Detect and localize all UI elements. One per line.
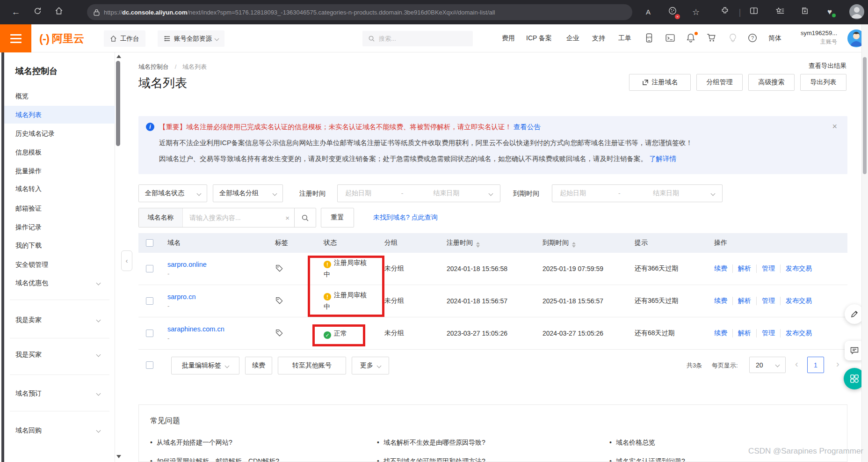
row-checkbox[interactable] (146, 330, 153, 337)
sidebar-item-overview[interactable]: 概览 (4, 87, 115, 105)
sort-icon[interactable] (476, 242, 480, 248)
group-manage-button[interactable]: 分组管理 (696, 74, 743, 91)
dns-link[interactable]: 解析 (732, 297, 751, 305)
faq-link[interactable]: •找不到域名的可能原因和处理方法? (377, 457, 485, 462)
learn-more-link[interactable]: 了解详情 (649, 155, 676, 162)
global-search-input[interactable] (379, 35, 454, 42)
sidebar-item-batch-ops[interactable]: 批量操作 (4, 162, 115, 180)
domain-group-filter[interactable]: 全部域名分组 (213, 184, 283, 202)
back-icon[interactable]: ← (10, 7, 22, 18)
view-announcement-link[interactable]: 查看公告 (514, 123, 541, 131)
domain-link[interactable]: sarpro.online (167, 261, 275, 268)
reg-start-placeholder[interactable]: 起始日期 (345, 189, 371, 198)
nav-link-support[interactable]: 支持 (592, 34, 605, 43)
domain-link[interactable]: sarpro.cn (167, 293, 275, 301)
sort-icon[interactable] (572, 242, 576, 248)
sidebar-item-discount-pack[interactable]: 域名优惠包 (4, 274, 115, 292)
collections-icon[interactable] (799, 7, 810, 18)
page-scrollbar-thumb[interactable] (863, 57, 867, 174)
cookie-blocked-icon[interactable]: × (667, 7, 678, 18)
nav-link-billing[interactable]: 费用 (502, 34, 515, 43)
help-icon[interactable]: ? (747, 33, 759, 44)
faq-link[interactable]: •如何设置网站解析、邮箱解析、CDN解析? (150, 457, 279, 462)
sidebar-item-info-template[interactable]: 信息模板 (4, 143, 115, 161)
manage-link[interactable]: 管理 (756, 297, 775, 305)
clear-input-icon[interactable]: × (281, 214, 294, 222)
sidebar-item-transfer-in[interactable]: 域名转入 (4, 180, 115, 198)
breadcrumb-console[interactable]: 域名控制台 (138, 63, 169, 70)
renew-link[interactable]: 续费 (714, 264, 727, 273)
sidebar-group-buyback[interactable]: 域名回购 (4, 421, 115, 439)
sidebar-item-domain-list[interactable]: 域名列表 (4, 106, 115, 124)
address-bar[interactable]: https://dc.console.aliyun.com/next/index… (87, 4, 632, 20)
sidebar-item-op-log[interactable]: 操作记录 (4, 218, 115, 236)
prev-page-icon[interactable]: ‹ (795, 359, 798, 369)
more-button[interactable]: 更多 (352, 357, 389, 374)
export-list-button[interactable]: 导出列表 (800, 74, 846, 91)
batch-edit-tags-button[interactable]: 批量编辑标签 (171, 357, 239, 374)
domain-not-found-link[interactable]: 未找到域名? 点此查询 (373, 213, 438, 222)
hamburger-menu-icon[interactable] (0, 24, 31, 52)
sidebar-item-history[interactable]: 历史域名记录 (4, 125, 115, 142)
reset-button[interactable]: 重置 (321, 208, 354, 227)
search-button[interactable] (294, 208, 316, 227)
view-export-result-link[interactable]: 查看导出结果 (809, 62, 846, 70)
workbench-button[interactable]: 工作台 (104, 30, 145, 47)
renew-link[interactable]: 续费 (714, 297, 727, 305)
language-selector[interactable]: 简体 (768, 34, 781, 43)
domain-link[interactable]: saraphines.com.cn (167, 325, 275, 333)
manage-link[interactable]: 管理 (756, 329, 775, 337)
split-screen-icon[interactable] (748, 7, 760, 18)
sidebar-scroll-down-arrow[interactable] (116, 455, 121, 458)
nav-link-ticket[interactable]: 工单 (618, 34, 631, 43)
sidebar-item-email-verify[interactable]: 邮箱验证 (4, 199, 115, 217)
reg-end-placeholder[interactable]: 结束日期 (433, 189, 459, 198)
current-page[interactable]: 1 (807, 357, 824, 373)
batch-renew-button[interactable]: 续费 (245, 357, 272, 374)
dns-link[interactable]: 解析 (732, 329, 751, 337)
favorites-bar-icon[interactable] (774, 7, 786, 18)
sidebar-scroll-up-arrow[interactable] (116, 55, 121, 58)
read-aloud-icon[interactable]: A (643, 7, 654, 18)
global-search[interactable] (362, 31, 473, 46)
refresh-icon[interactable] (32, 7, 43, 18)
faq-link[interactable]: •域名实名认证遇到问题? (609, 457, 685, 462)
publish-trade-link[interactable]: 发布交易 (780, 329, 812, 337)
faq-link[interactable]: •域名解析不生效是由哪些原因导致? (377, 439, 485, 447)
publish-trade-link[interactable]: 发布交易 (780, 264, 812, 273)
page-size-select[interactable]: 20 (749, 357, 786, 373)
row-checkbox[interactable] (146, 297, 153, 305)
faq-link[interactable]: •从域名开始搭建一个网站? (150, 439, 232, 447)
app-icon[interactable]: APP (644, 33, 655, 44)
expire-end-placeholder[interactable]: 结束日期 (653, 189, 679, 198)
faq-link[interactable]: •域名价格总览 (609, 439, 655, 447)
renew-link[interactable]: 续费 (714, 329, 727, 337)
dns-link[interactable]: 解析 (732, 264, 751, 273)
publish-trade-link[interactable]: 发布交易 (780, 297, 812, 305)
sidebar-item-downloads[interactable]: 我的下载 (4, 236, 115, 254)
advanced-search-button[interactable]: 高级搜索 (748, 74, 795, 91)
batch-select-checkbox[interactable] (146, 361, 153, 369)
expire-start-placeholder[interactable]: 起始日期 (560, 189, 586, 198)
extensions-icon[interactable] (719, 7, 731, 18)
domain-name-input[interactable] (183, 214, 281, 221)
sidebar-collapse-handle[interactable]: ‹ (121, 250, 132, 271)
transfer-account-button[interactable]: 转至其他账号 (278, 357, 346, 374)
all-resources-button[interactable]: 账号全部资源 (158, 30, 224, 47)
sidebar-group-preorder[interactable]: 域名预订 (4, 384, 115, 402)
notification-bell-icon[interactable] (686, 33, 697, 44)
select-all-checkbox[interactable] (146, 239, 153, 247)
reg-time-range[interactable]: 起始日期 - 结束日期 (337, 184, 500, 202)
cart-icon[interactable] (706, 33, 717, 44)
row-checkbox[interactable] (146, 265, 153, 272)
next-page-icon[interactable]: › (836, 359, 839, 369)
lightbulb-icon[interactable] (728, 33, 739, 44)
account-info[interactable]: sym196259... 主账号 (795, 29, 837, 46)
sidebar-group-buyer[interactable]: 我是买家 (4, 345, 115, 363)
browser-essentials-icon[interactable]: ♥ (824, 7, 835, 18)
domain-status-filter[interactable]: 全部域名状态 (138, 184, 207, 202)
nav-link-icp[interactable]: ICP 备案 (526, 34, 552, 43)
banner-close-icon[interactable]: × (832, 122, 837, 132)
home-icon[interactable] (53, 7, 65, 18)
sidebar-item-security-lock[interactable]: 安全锁管理 (4, 256, 115, 273)
